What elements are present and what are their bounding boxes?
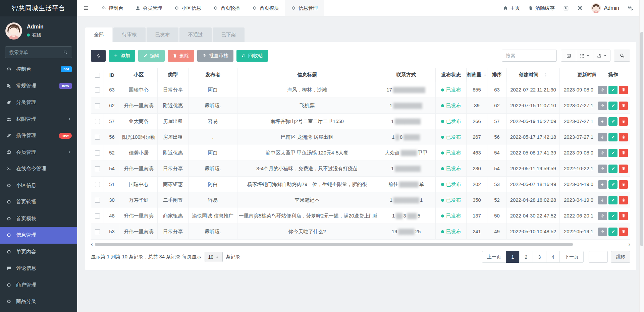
move-row-button[interactable] bbox=[598, 102, 607, 110]
nav-item[interactable]: 小区信息 bbox=[168, 0, 207, 16]
page-button-4[interactable]: 4 bbox=[546, 251, 560, 263]
move-row-button[interactable] bbox=[598, 180, 607, 189]
delete-row-button[interactable] bbox=[619, 165, 628, 173]
home-link[interactable]: 主页 bbox=[503, 5, 520, 11]
tab-全部[interactable]: 全部 bbox=[85, 27, 112, 42]
sidebar-item[interactable]: 商品分类 bbox=[0, 293, 77, 310]
row-checkbox[interactable] bbox=[95, 135, 100, 140]
sidebar-item[interactable]: 单页内容 bbox=[0, 244, 77, 260]
jump-button[interactable]: 跳转 bbox=[611, 251, 630, 263]
delete-row-button[interactable] bbox=[619, 117, 628, 126]
move-row-button[interactable] bbox=[598, 149, 607, 157]
edit-row-button[interactable] bbox=[608, 228, 618, 236]
nav-item[interactable]: 会员管理 bbox=[129, 0, 168, 16]
translate-button[interactable] bbox=[563, 5, 569, 11]
sidebar-item[interactable]: 分类管理 bbox=[0, 94, 77, 111]
table-search-input[interactable] bbox=[502, 50, 557, 62]
clear-cache-link[interactable]: 清除缓存 bbox=[528, 5, 555, 11]
delete-row-button[interactable] bbox=[619, 228, 628, 236]
delete-row-button[interactable] bbox=[619, 196, 628, 204]
nav-item[interactable]: 首页轮播 bbox=[207, 0, 246, 16]
settings-button[interactable] bbox=[628, 5, 633, 11]
sidebar-item[interactable]: 在线命令管理 bbox=[0, 161, 77, 177]
edit-row-button[interactable] bbox=[608, 212, 618, 220]
edit-row-button[interactable] bbox=[608, 86, 618, 94]
sort-icon[interactable] bbox=[543, 73, 548, 77]
row-checkbox[interactable] bbox=[95, 150, 100, 155]
page-button-2[interactable]: 2 bbox=[519, 251, 533, 263]
nav-item[interactable]: 首页模块 bbox=[246, 0, 285, 16]
delete-row-button[interactable] bbox=[619, 180, 628, 189]
sort-icon[interactable] bbox=[483, 73, 487, 77]
nav-item[interactable]: 控制台 bbox=[95, 0, 129, 16]
delete-button[interactable]: 删除 bbox=[168, 50, 194, 62]
window-scrollbar[interactable] bbox=[639, 0, 644, 312]
row-checkbox[interactable] bbox=[95, 182, 100, 187]
delete-row-button[interactable] bbox=[619, 86, 628, 94]
sidebar-item[interactable]: 插件管理new bbox=[0, 127, 77, 144]
move-row-button[interactable] bbox=[598, 196, 607, 204]
page-button-1[interactable]: 1 bbox=[506, 251, 520, 263]
edit-row-button[interactable] bbox=[608, 165, 618, 173]
edit-row-button[interactable] bbox=[608, 196, 618, 204]
sidebar-item[interactable]: 商户管理 bbox=[0, 277, 77, 294]
row-checkbox[interactable] bbox=[95, 213, 100, 219]
sidebar-item[interactable]: 评论信息 bbox=[0, 260, 77, 277]
move-row-button[interactable] bbox=[598, 228, 607, 236]
move-row-button[interactable] bbox=[598, 165, 607, 173]
delete-row-button[interactable] bbox=[619, 102, 628, 110]
hscroll-thumb[interactable] bbox=[95, 243, 573, 246]
search-icon[interactable] bbox=[63, 50, 68, 55]
user-avatar[interactable] bbox=[5, 22, 22, 40]
columns-button[interactable] bbox=[576, 50, 593, 62]
jump-page-input[interactable] bbox=[589, 251, 608, 263]
window-scrollbar-thumb[interactable] bbox=[640, 32, 643, 246]
sidebar-item[interactable]: 信息管理 bbox=[0, 227, 77, 244]
navbar-user[interactable]: Admin bbox=[591, 3, 619, 13]
next-page-button[interactable]: 下一页 bbox=[559, 251, 584, 263]
refresh-button[interactable] bbox=[91, 50, 106, 62]
page-button-3[interactable]: 3 bbox=[533, 251, 546, 263]
hamburger-icon[interactable] bbox=[77, 0, 95, 16]
fullscreen-button[interactable] bbox=[577, 5, 583, 11]
tab-已下架[interactable]: 已下架 bbox=[213, 27, 245, 42]
hscroll-track[interactable] bbox=[95, 243, 626, 246]
sidebar-item[interactable]: 首页轮播 bbox=[0, 194, 77, 210]
edit-row-button[interactable] bbox=[608, 149, 618, 157]
row-checkbox[interactable] bbox=[95, 229, 100, 234]
move-row-button[interactable] bbox=[598, 212, 607, 220]
page-size-select[interactable]: 10 bbox=[205, 252, 223, 262]
move-row-button[interactable] bbox=[598, 133, 607, 141]
delete-row-button[interactable] bbox=[619, 212, 628, 220]
sidebar-item[interactable]: 首页模块 bbox=[0, 210, 77, 227]
search-go-button[interactable] bbox=[614, 50, 630, 62]
sidebar-item[interactable]: 会员管理 bbox=[0, 144, 77, 161]
sidebar-item[interactable]: 小区信息 bbox=[0, 177, 77, 194]
tab-不通过[interactable]: 不通过 bbox=[179, 27, 212, 42]
batch-audit-button[interactable]: 批量审核 bbox=[197, 50, 233, 62]
prev-page-button[interactable]: 上一页 bbox=[482, 251, 506, 263]
delete-row-button[interactable] bbox=[619, 149, 628, 157]
tab-已发布[interactable]: 已发布 bbox=[147, 27, 179, 42]
nav-item[interactable]: 信息管理 bbox=[285, 0, 324, 16]
edit-button[interactable]: 编辑 bbox=[138, 50, 165, 62]
sidebar-search-input[interactable] bbox=[9, 50, 60, 55]
row-checkbox[interactable] bbox=[95, 87, 100, 92]
sidebar-item[interactable]: 常规管理new bbox=[0, 78, 77, 95]
tab-待审核[interactable]: 待审核 bbox=[113, 27, 146, 42]
delete-row-button[interactable] bbox=[619, 133, 628, 141]
row-checkbox[interactable] bbox=[95, 119, 100, 124]
row-checkbox[interactable] bbox=[95, 166, 100, 171]
edit-row-button[interactable] bbox=[608, 102, 618, 110]
detail-view-button[interactable] bbox=[561, 50, 576, 62]
export-button[interactable] bbox=[593, 50, 610, 62]
scroll-left-icon[interactable]: ‹ bbox=[91, 243, 93, 246]
add-button[interactable]: 添加 bbox=[109, 50, 135, 62]
row-checkbox[interactable] bbox=[95, 103, 100, 108]
row-checkbox[interactable] bbox=[95, 198, 100, 203]
sidebar-item[interactable]: 权限管理 bbox=[0, 111, 77, 128]
edit-row-button[interactable] bbox=[608, 180, 618, 189]
sidebar-item[interactable]: 控制台hot bbox=[0, 61, 77, 78]
select-all-checkbox[interactable] bbox=[95, 73, 100, 78]
scroll-right-icon[interactable]: › bbox=[629, 243, 630, 246]
